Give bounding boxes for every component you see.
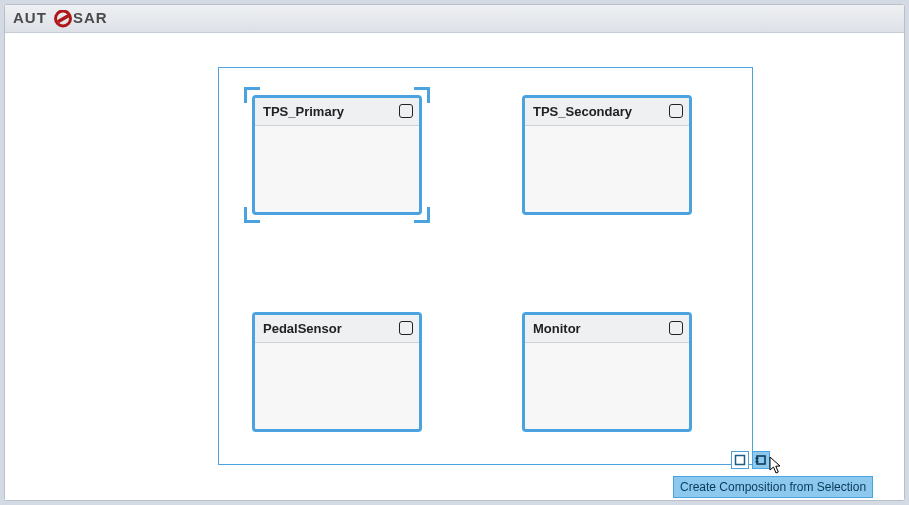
component-title: TPS_Secondary [533, 104, 632, 119]
component-type-icon [399, 321, 413, 335]
svg-text:AUT: AUT [13, 10, 47, 26]
component-type-icon [669, 104, 683, 118]
component-pedal-sensor[interactable]: PedalSensor [252, 312, 422, 432]
component-header: Monitor [525, 315, 689, 343]
component-monitor[interactable]: Monitor [522, 312, 692, 432]
component-tps-primary[interactable]: TPS_Primary [252, 95, 422, 215]
autosar-logo: AUT SAR [13, 10, 123, 28]
component-type-icon [669, 321, 683, 335]
title-bar: AUT SAR [5, 5, 904, 33]
svg-rect-4 [736, 456, 745, 465]
component-tps-secondary[interactable]: TPS_Secondary [522, 95, 692, 215]
svg-rect-5 [757, 456, 765, 464]
component-header: TPS_Secondary [525, 98, 689, 126]
svg-rect-7 [756, 461, 759, 463]
tooltip-text: Create Composition from Selection [680, 480, 866, 494]
component-header: TPS_Primary [255, 98, 419, 126]
component-title: PedalSensor [263, 321, 342, 336]
component-title: Monitor [533, 321, 581, 336]
app-window: AUT SAR TPS_Primary TPS_Secondary [4, 4, 905, 501]
component-title: TPS_Primary [263, 104, 344, 119]
component-icon [755, 454, 767, 466]
create-composition-button[interactable] [752, 451, 770, 469]
svg-rect-6 [756, 458, 759, 460]
selection-toolbar [731, 451, 770, 469]
tooltip: Create Composition from Selection [673, 476, 873, 498]
selection-outline-button[interactable] [731, 451, 749, 469]
diagram-canvas[interactable]: TPS_Primary TPS_Secondary PedalSensor Mo… [5, 33, 904, 500]
rect-icon [734, 454, 746, 466]
component-type-icon [399, 104, 413, 118]
svg-text:SAR: SAR [73, 10, 108, 26]
component-header: PedalSensor [255, 315, 419, 343]
mouse-cursor-icon [769, 456, 785, 476]
